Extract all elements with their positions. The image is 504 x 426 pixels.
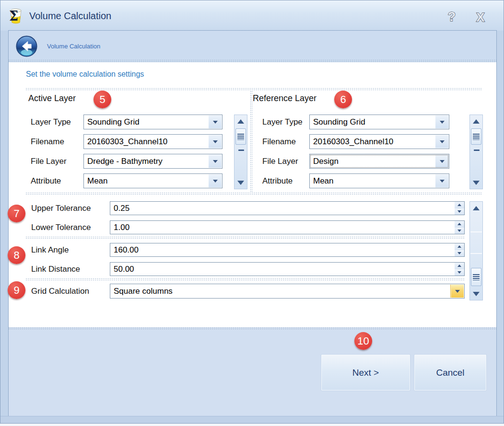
grid-calculation-combo[interactable] xyxy=(110,284,465,299)
ref-layer-type-combo[interactable] xyxy=(309,115,449,129)
lower-tolerance-label: Lower Tolerance xyxy=(31,220,91,234)
upper-tolerance-label: Upper Tolerance xyxy=(31,201,91,215)
chevron-down-icon xyxy=(213,140,218,143)
window-frame-bottom xyxy=(0,416,504,423)
scroll-up-icon[interactable] xyxy=(470,202,482,214)
separator xyxy=(26,278,465,281)
cancel-button[interactable]: Cancel xyxy=(414,354,487,391)
dropdown-button-highlighted[interactable] xyxy=(450,285,464,298)
link-distance-field[interactable] xyxy=(110,262,465,276)
scroll-down-icon[interactable] xyxy=(470,176,482,189)
active-attribute-input[interactable] xyxy=(84,174,208,188)
reference-layer-scrollbar[interactable] xyxy=(469,115,483,189)
grip-icon xyxy=(473,274,480,280)
scroll-up-icon[interactable] xyxy=(470,115,482,127)
active-layer-type-input[interactable] xyxy=(84,115,208,129)
spinner-up-icon[interactable] xyxy=(455,243,464,250)
svg-text:Σ: Σ xyxy=(9,9,18,23)
lower-tolerance-field[interactable] xyxy=(110,220,465,234)
dialog-panel: Volume Calculation Set the volume calcul… xyxy=(8,30,497,416)
spinner-down-icon[interactable] xyxy=(455,269,464,276)
wizard-header-title: Volume Calculation xyxy=(47,31,100,62)
active-layer-scrollbar[interactable] xyxy=(234,115,247,189)
annotation-badge-10: 10 xyxy=(354,332,372,350)
svg-text:X: X xyxy=(476,10,485,24)
dropdown-button[interactable] xyxy=(435,155,448,168)
active-attribute-label: Attribute xyxy=(31,173,61,188)
separator xyxy=(26,88,482,91)
ref-file-layer-label: File Layer xyxy=(262,154,298,169)
chevron-down-icon xyxy=(440,180,445,183)
spinner-up-icon[interactable] xyxy=(455,263,464,269)
spinner-down-icon[interactable] xyxy=(455,208,464,215)
header-separator xyxy=(9,60,496,62)
scroll-down-icon[interactable] xyxy=(234,176,247,189)
wizard-header: Volume Calculation xyxy=(9,31,496,62)
annotation-badge-5: 5 xyxy=(94,91,111,108)
help-icon[interactable]: ? xyxy=(442,10,462,25)
close-icon[interactable]: X xyxy=(470,10,491,25)
dropdown-button[interactable] xyxy=(435,115,448,128)
annotation-badge-7: 7 xyxy=(8,205,25,222)
link-angle-input[interactable] xyxy=(110,243,455,256)
track-line xyxy=(470,231,482,232)
scroll-down-icon[interactable] xyxy=(470,288,482,300)
dropdown-button[interactable] xyxy=(209,155,222,168)
ref-filename-combo[interactable] xyxy=(309,134,449,149)
separator xyxy=(26,237,465,239)
spinner-up-icon[interactable] xyxy=(455,221,464,228)
next-button[interactable]: Next > xyxy=(321,354,410,391)
parameters-scrollbar[interactable] xyxy=(469,201,483,300)
link-angle-stepper xyxy=(455,243,464,256)
lower-tolerance-stepper xyxy=(455,221,464,234)
ref-attribute-input[interactable] xyxy=(310,174,435,188)
scroll-thumb[interactable] xyxy=(235,128,246,145)
spinner-down-icon[interactable] xyxy=(455,250,464,257)
active-filename-input[interactable] xyxy=(84,135,208,149)
chevron-down-icon xyxy=(213,180,218,183)
grid-calculation-input[interactable] xyxy=(110,284,450,298)
footer: 10 Next > Cancel xyxy=(9,327,496,416)
ref-layer-type-input[interactable] xyxy=(310,115,435,129)
grip-icon xyxy=(237,134,244,140)
active-layer-type-label: Layer Type xyxy=(31,115,71,129)
chevron-down-icon xyxy=(440,140,445,143)
link-angle-field[interactable] xyxy=(110,243,465,257)
window-title: Volume Calculation xyxy=(29,11,111,22)
spinner-up-icon[interactable] xyxy=(455,202,464,208)
scroll-thumb[interactable] xyxy=(471,128,481,145)
ref-filename-input[interactable] xyxy=(310,135,435,149)
dropdown-button[interactable] xyxy=(435,135,448,148)
dash-icon xyxy=(474,150,480,151)
annotation-badge-9: 9 xyxy=(8,281,25,299)
dropdown-button[interactable] xyxy=(209,174,222,187)
upper-tolerance-input[interactable] xyxy=(110,202,455,215)
ref-file-layer-input[interactable] xyxy=(310,154,435,168)
upper-tolerance-stepper xyxy=(455,202,464,215)
spinner-down-icon[interactable] xyxy=(455,228,464,234)
link-distance-stepper xyxy=(455,263,464,276)
link-distance-input[interactable] xyxy=(110,263,455,276)
ref-attribute-combo[interactable] xyxy=(309,173,449,188)
lower-tolerance-input[interactable] xyxy=(110,221,455,234)
active-file-layer-input[interactable] xyxy=(84,154,208,168)
active-file-layer-combo[interactable] xyxy=(83,154,223,169)
chevron-down-icon xyxy=(213,160,218,163)
sigma-bucket-app-icon: Σ xyxy=(7,7,25,25)
footer-separator xyxy=(9,327,496,330)
annotation-badge-6: 6 xyxy=(334,91,352,108)
ref-file-layer-combo[interactable] xyxy=(309,154,449,169)
back-button[interactable] xyxy=(15,35,38,58)
chevron-down-icon xyxy=(455,290,460,293)
dropdown-button[interactable] xyxy=(435,174,448,187)
dropdown-button[interactable] xyxy=(209,115,222,128)
dropdown-button[interactable] xyxy=(209,135,222,148)
upper-tolerance-field[interactable] xyxy=(110,201,465,215)
active-attribute-combo[interactable] xyxy=(83,173,223,188)
scroll-thumb[interactable] xyxy=(471,268,481,286)
scroll-up-icon[interactable] xyxy=(234,115,247,127)
svg-text:?: ? xyxy=(448,10,456,24)
active-filename-combo[interactable] xyxy=(83,134,223,149)
track-line xyxy=(470,253,482,254)
active-layer-type-combo[interactable] xyxy=(83,115,223,129)
